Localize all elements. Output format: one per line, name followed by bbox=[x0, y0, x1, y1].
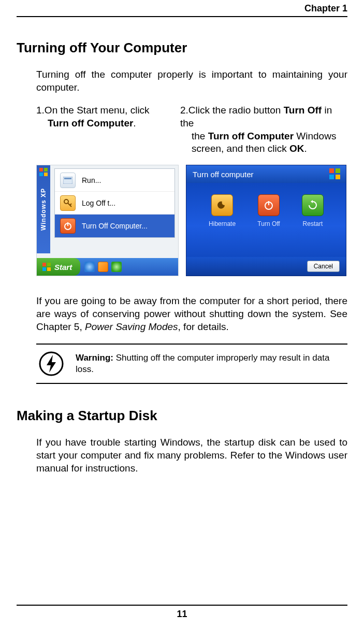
svg-rect-2 bbox=[39, 173, 43, 176]
step-1-number: 1. bbox=[36, 105, 45, 116]
option-turnoff-label: Turn Off bbox=[257, 220, 280, 227]
svg-rect-15 bbox=[329, 175, 334, 179]
menu-item-run[interactable]: Run... bbox=[55, 169, 174, 192]
step-2-number: 2. bbox=[180, 105, 188, 116]
hibernate-icon bbox=[211, 194, 233, 216]
figure-turnoff-dialog: Turn off computer Hibernate Turn O bbox=[186, 165, 346, 276]
svg-rect-1 bbox=[44, 168, 48, 171]
section-title-startup-disk: Making a Startup Disk bbox=[17, 408, 347, 424]
step-1-bold: Turn off Computer bbox=[48, 118, 133, 128]
menu-item-logoff[interactable]: Log Off t... bbox=[55, 192, 174, 215]
dialog-title-text: Turn off computer bbox=[193, 170, 254, 179]
option-hibernate-label: Hibernate bbox=[209, 220, 236, 227]
dialog-title-bar: Turn off computer bbox=[186, 165, 346, 183]
section-title-turning-off: Turning off Your Computer bbox=[17, 40, 347, 56]
menu-item-turnoff[interactable]: Turn Off Computer... bbox=[55, 215, 174, 237]
svg-rect-12 bbox=[47, 267, 51, 271]
chapter-label: Chapter 1 bbox=[304, 3, 347, 13]
menu-item-turnoff-label: Turn Off Computer... bbox=[82, 222, 148, 230]
svg-rect-11 bbox=[42, 267, 46, 271]
step-1: 1.On the Start menu, click Turn off Comp… bbox=[36, 104, 171, 155]
warning-text: Warning: Shutting off the computer impro… bbox=[76, 352, 345, 375]
menu-item-run-label: Run... bbox=[82, 176, 101, 184]
svg-rect-0 bbox=[39, 168, 43, 171]
svg-rect-10 bbox=[47, 263, 51, 266]
windows-logo-icon bbox=[39, 167, 48, 177]
step-2-text-prefix: the bbox=[192, 131, 208, 141]
svg-rect-5 bbox=[64, 178, 71, 179]
after-paragraph: If you are going to be away from the com… bbox=[36, 295, 347, 333]
key-icon bbox=[60, 195, 76, 211]
warning-body: Shutting off the computer improperly may… bbox=[76, 353, 329, 374]
svg-rect-16 bbox=[336, 175, 340, 179]
warning-box: Warning: Shutting off the computer impro… bbox=[36, 344, 347, 384]
restart-icon bbox=[302, 194, 324, 216]
windows-flag-icon bbox=[42, 262, 51, 271]
xp-side-tab: Windows XP bbox=[37, 165, 50, 253]
power-icon bbox=[60, 218, 76, 234]
page-number: 11 bbox=[177, 609, 187, 619]
figures-row: Windows XP Run... Log Off t... bbox=[36, 165, 347, 276]
windows-flag-icon bbox=[328, 167, 342, 181]
run-icon bbox=[60, 173, 76, 188]
svg-rect-3 bbox=[44, 173, 48, 176]
step-2-text-g: . bbox=[304, 143, 307, 154]
step-2-bold-1: Turn Off bbox=[284, 105, 322, 116]
start-button-label: Start bbox=[54, 263, 72, 271]
svg-point-6 bbox=[64, 199, 68, 204]
quick-launch bbox=[84, 262, 122, 272]
start-button[interactable]: Start bbox=[37, 258, 80, 276]
dialog-options: Hibernate Turn Off Restart bbox=[186, 194, 346, 227]
step-2: 2.Click the radio button Turn Off in the… bbox=[180, 104, 347, 155]
svg-rect-14 bbox=[336, 168, 340, 173]
svg-rect-13 bbox=[329, 168, 334, 173]
step-2-bold-2: Turn off Computer bbox=[208, 131, 294, 141]
page-footer: 11 bbox=[17, 605, 347, 620]
after-italic: Power Saving Modes bbox=[85, 321, 178, 332]
start-menu-panel: Run... Log Off t... Turn Off Computer... bbox=[54, 168, 175, 238]
after-text-c: , for details. bbox=[178, 321, 229, 332]
lightning-warning-icon bbox=[38, 351, 64, 377]
warning-label: Warning: bbox=[76, 353, 113, 363]
step-2-text-a: Click the radio button bbox=[188, 105, 284, 116]
step-1-text-c: . bbox=[133, 118, 136, 128]
option-restart-label: Restart bbox=[303, 220, 323, 227]
cancel-button[interactable]: Cancel bbox=[307, 261, 340, 272]
media-player-icon[interactable] bbox=[111, 262, 122, 272]
option-restart[interactable]: Restart bbox=[302, 194, 324, 227]
dialog-footer: Cancel bbox=[186, 257, 346, 276]
step-1-text-a: On the Start menu, click bbox=[45, 105, 150, 116]
turnoff-icon bbox=[258, 194, 280, 216]
option-turnoff[interactable]: Turn Off bbox=[257, 194, 280, 227]
page-header: Chapter 1 bbox=[17, 0, 347, 17]
intro-paragraph: Turning off the computer properly is imp… bbox=[36, 68, 347, 94]
ie-icon[interactable] bbox=[84, 262, 95, 272]
steps-row: 1.On the Start menu, click Turn off Comp… bbox=[36, 104, 347, 155]
taskbar: Start bbox=[37, 258, 178, 276]
figure-start-menu: Windows XP Run... Log Off t... bbox=[36, 165, 179, 276]
step-2-bold-3: OK bbox=[289, 143, 304, 154]
option-hibernate[interactable]: Hibernate bbox=[209, 194, 236, 227]
svg-rect-9 bbox=[42, 263, 46, 266]
messenger-icon[interactable] bbox=[98, 262, 108, 272]
startup-disk-paragraph: If you have trouble starting Windows, th… bbox=[36, 436, 347, 475]
menu-item-logoff-label: Log Off t... bbox=[82, 199, 115, 207]
